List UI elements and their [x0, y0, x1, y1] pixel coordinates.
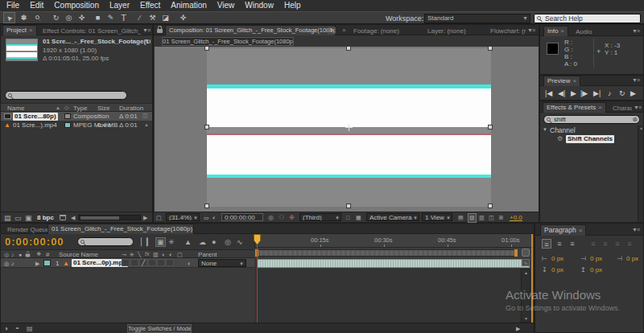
brush-tool-icon[interactable]: ⁄ [134, 12, 146, 23]
resolution-dropdown[interactable]: (Third) ▼ [299, 213, 341, 221]
menu-animation[interactable]: Animation [171, 0, 206, 11]
timeline-search-input[interactable] [77, 237, 134, 246]
indent-right-field[interactable]: 0 px [626, 255, 638, 262]
bpc-button[interactable]: 8 bpc [37, 214, 54, 221]
menu-window[interactable]: Window [245, 0, 274, 11]
justify-all-button[interactable]: ≡ [625, 239, 634, 249]
tab-render-queue[interactable]: Render Queue [7, 226, 49, 233]
scroll-up-icon[interactable]: ▲ [639, 125, 643, 130]
align-right-button[interactable]: ≡ [568, 239, 577, 249]
panel-menu-icon[interactable]: ▼≡ [632, 77, 639, 83]
current-time-button[interactable]: 0:00:00:00 [221, 213, 263, 221]
pan-behind-tool-icon[interactable]: ✜ [76, 12, 88, 23]
scroll-right-icon[interactable]: ▶ [143, 214, 147, 222]
rectangle-tool-icon[interactable]: ■ [92, 12, 104, 23]
tab-character[interactable]: Characte [613, 105, 632, 112]
view-layout-dropdown[interactable]: 1 View ▼ [422, 213, 452, 221]
panel-menu-icon[interactable]: ▼≡ [527, 27, 535, 33]
layer-name[interactable]: 01 Scre...0p).mp4 [72, 259, 128, 267]
space-before-field[interactable]: 0 px [551, 266, 564, 273]
panel-menu-icon[interactable]: ▼≡ [634, 105, 641, 110]
tab-paragraph[interactable]: Paragraph× [540, 224, 586, 236]
effects-group-row[interactable]: ▼ Channel [541, 126, 638, 134]
pixel-aspect-correction-icon[interactable]: ▨ [468, 213, 477, 223]
menu-edit[interactable]: Edit [30, 0, 43, 11]
quality-cell[interactable]: ╱ [139, 259, 147, 266]
h-scrollbar[interactable] [78, 215, 141, 220]
selection-handle[interactable] [204, 125, 209, 130]
expand-in-out-pane-icon[interactable]: ◑ [4, 325, 8, 333]
table-row[interactable]: ▲ 01 Scre...).mp4 MPEG Movie 6.4 MB Δ 0:… [1, 121, 152, 130]
mask-visibility-icon[interactable]: ◐ [213, 214, 216, 222]
justify-last-right-button[interactable]: ≡ [613, 239, 622, 249]
grid-guides-icon[interactable]: ▤ [458, 214, 464, 222]
switch-cell[interactable] [122, 259, 130, 266]
timeline-ruler[interactable]: 00:15s 00:30s 00:45s 01:00s [254, 234, 534, 248]
indent-first-line-field[interactable]: 0 px [590, 255, 602, 262]
twirl-down-icon[interactable]: ▼ [543, 127, 547, 132]
always-preview-icon[interactable]: ▢ [156, 214, 162, 222]
scroll-left-icon[interactable]: ◀ [71, 214, 75, 222]
tab-project[interactable]: Project× [2, 25, 37, 35]
close-icon[interactable]: × [572, 77, 576, 84]
lock-icon[interactable] [157, 29, 163, 33]
justify-last-left-button[interactable]: ≡ [588, 239, 598, 249]
audio-icon[interactable]: ♪ [11, 260, 14, 268]
last-frame-button[interactable]: ▶| [593, 89, 601, 97]
interpret-footage-icon[interactable]: ▤ [4, 214, 11, 222]
panel-menu-icon[interactable]: ▼≡ [142, 27, 150, 33]
tab-layer[interactable]: Layer: (none) [427, 27, 466, 35]
comp-marker-bin-icon[interactable] [522, 249, 530, 257]
menu-view[interactable]: View [217, 0, 235, 11]
close-icon[interactable]: × [342, 27, 346, 34]
tab-comp-timeline[interactable]: 01 Screen_Glitch_-_Free_Stock_Footage(10… [47, 224, 194, 234]
selection-tool-icon[interactable]: ➤ [3, 12, 15, 23]
close-icon[interactable]: × [579, 227, 583, 234]
table-row[interactable]: 01 Scre...80p) Composition Δ 0:01 ◫ [1, 112, 152, 121]
eraser-tool-icon[interactable]: ◪ [159, 12, 171, 23]
camera-view-dropdown[interactable]: Active Camera ▼ [366, 213, 419, 221]
scrollbar-thumb[interactable] [80, 216, 119, 220]
draft-3d-icon[interactable]: ▣ [155, 237, 166, 247]
comp-mini-flowchart-icon[interactable]: ▏▎ [141, 238, 152, 246]
source-name-col[interactable]: Source Name [59, 251, 98, 258]
tab-effects-presets[interactable]: Effects & Presets× [543, 102, 606, 113]
help-search-input[interactable]: Search Help [534, 14, 641, 23]
menu-help[interactable]: Help [284, 0, 301, 11]
clear-search-icon[interactable]: ⊗ [632, 116, 638, 123]
exposure-value[interactable]: +0.0 [510, 214, 522, 221]
audio-toggle-icon[interactable]: ♪ [608, 89, 612, 97]
menu-composition[interactable]: Composition [54, 0, 99, 11]
row-name[interactable]: 01 Scre...).mp4 [13, 121, 57, 129]
graph-icon[interactable]: ∿ [522, 259, 530, 266]
menu-effect[interactable]: Effect [140, 0, 160, 11]
selection-handle[interactable] [488, 125, 493, 130]
selection-handle[interactable] [204, 204, 209, 208]
hand-tool-icon[interactable]: ✽ [18, 12, 30, 23]
first-frame-button[interactable]: |◀ [545, 89, 552, 97]
graph-editor-icon[interactable]: ∿ [237, 238, 243, 246]
scroll-up-icon[interactable]: ▲ [524, 270, 528, 275]
chevron-down-icon[interactable]: ▼ [328, 27, 336, 34]
selection-handle[interactable] [488, 46, 493, 51]
next-frame-button[interactable]: |▶ [580, 89, 588, 97]
v-scrollbar[interactable]: ▲ [638, 125, 643, 222]
scroll-down-icon[interactable]: ▼ [524, 316, 528, 321]
brainstorm-icon[interactable]: ● [212, 238, 216, 246]
twirl-right-icon[interactable]: ▶ [35, 260, 39, 268]
switch-cell[interactable] [166, 259, 174, 266]
work-area-bar[interactable] [257, 249, 517, 257]
indent-left-field[interactable]: 0 px [551, 255, 564, 262]
row-name[interactable]: 01 Scre...80p) [13, 113, 58, 121]
camera-tool-icon[interactable]: ◎ [63, 12, 75, 23]
anchor-point-icon[interactable] [345, 124, 353, 131]
comp-name-button[interactable]: 01 Screen_Glitch_-_Free_Stock_Footage(10… [162, 37, 294, 46]
loop-icon[interactable]: ↻ [619, 89, 625, 97]
label-col-icon[interactable]: ◇ [64, 105, 68, 111]
comp-flowchart-icon[interactable]: ◫ [489, 214, 494, 222]
play-button[interactable]: ▶ [571, 89, 576, 97]
scroll-right-icon[interactable]: ▶ [516, 325, 520, 333]
switch-cell[interactable] [157, 259, 165, 266]
align-left-button[interactable]: ≡ [542, 239, 551, 249]
align-center-button[interactable]: ≡ [555, 239, 564, 249]
